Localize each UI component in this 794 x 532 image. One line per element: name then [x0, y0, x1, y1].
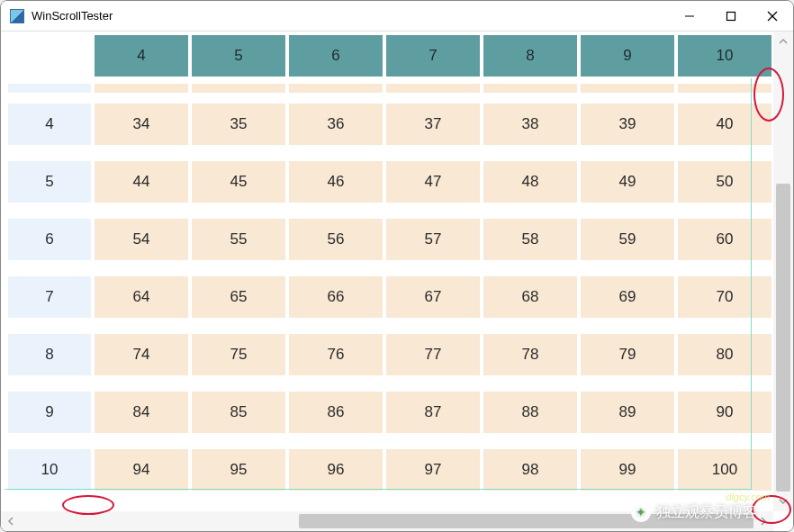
data-cell[interactable]: 46 [289, 161, 383, 203]
chevron-right-icon [759, 517, 768, 526]
data-cell[interactable]: 89 [581, 392, 674, 433]
data-cell[interactable]: 97 [386, 449, 480, 491]
column-header[interactable]: 7 [386, 35, 480, 77]
h-scroll-track[interactable] [21, 511, 753, 531]
data-cell[interactable] [678, 84, 771, 93]
data-cell[interactable]: 55 [192, 219, 285, 260]
vertical-scrollbar[interactable] [773, 32, 793, 511]
data-cell[interactable]: 90 [678, 392, 771, 433]
chevron-up-icon [779, 37, 788, 46]
maximize-button[interactable] [710, 1, 752, 31]
data-cell[interactable]: 100 [678, 449, 771, 491]
scroll-left-button[interactable] [1, 511, 21, 531]
row-header[interactable]: 4 [8, 104, 91, 145]
chevron-down-icon [779, 497, 788, 506]
data-cell[interactable]: 86 [289, 392, 383, 433]
scroll-down-button[interactable] [773, 491, 793, 511]
grid-viewport[interactable]: 4567891043435363738394054445464748495065… [1, 32, 773, 511]
column-header[interactable]: 6 [289, 35, 383, 77]
data-cell[interactable] [581, 84, 674, 93]
data-cell[interactable] [386, 84, 480, 93]
h-scroll-thumb[interactable] [299, 514, 753, 528]
data-cell[interactable]: 66 [289, 276, 383, 318]
scroll-right-button[interactable] [753, 511, 773, 531]
titlebar[interactable]: WinScrollTester [1, 1, 793, 32]
client-area: 4567891043435363738394054445464748495065… [1, 32, 793, 531]
close-icon [767, 11, 778, 22]
data-cell[interactable]: 44 [95, 161, 188, 203]
data-cell[interactable] [95, 84, 188, 93]
data-cell[interactable]: 84 [95, 392, 188, 433]
row-header[interactable]: 9 [8, 392, 91, 433]
row-header[interactable] [8, 84, 91, 93]
data-cell[interactable]: 57 [386, 219, 480, 260]
column-header[interactable]: 4 [95, 35, 188, 77]
data-cell[interactable]: 36 [289, 104, 383, 145]
data-cell[interactable] [289, 84, 383, 93]
row-header[interactable]: 8 [8, 334, 91, 375]
column-header[interactable]: 8 [483, 35, 577, 77]
data-cell[interactable]: 54 [95, 219, 188, 260]
data-cell[interactable]: 48 [483, 161, 577, 203]
minimize-button[interactable] [669, 1, 710, 31]
v-scroll-track[interactable] [773, 51, 793, 491]
data-cell[interactable]: 58 [483, 219, 577, 260]
row-header[interactable]: 10 [8, 449, 91, 491]
data-cell[interactable]: 70 [678, 276, 771, 318]
v-scroll-thumb[interactable] [776, 184, 790, 491]
close-button[interactable] [752, 1, 793, 31]
data-cell[interactable]: 60 [678, 219, 771, 260]
data-cell[interactable]: 69 [581, 276, 674, 318]
column-header[interactable]: 9 [581, 35, 674, 77]
data-cell[interactable]: 38 [483, 104, 577, 145]
row-header[interactable]: 6 [8, 219, 91, 260]
data-cell[interactable]: 95 [192, 449, 285, 491]
data-cell[interactable]: 37 [386, 104, 480, 145]
data-cell[interactable]: 77 [386, 334, 480, 375]
data-cell[interactable]: 49 [581, 161, 674, 203]
data-cell[interactable]: 67 [386, 276, 480, 318]
column-header[interactable]: 10 [678, 35, 771, 77]
data-cell[interactable]: 76 [289, 334, 383, 375]
data-cell[interactable]: 39 [581, 104, 674, 145]
chevron-left-icon [6, 517, 15, 526]
data-cell[interactable]: 87 [386, 392, 480, 433]
app-icon [10, 9, 24, 23]
data-cell[interactable]: 96 [289, 449, 383, 491]
data-cell[interactable]: 47 [386, 161, 480, 203]
data-cell[interactable]: 56 [289, 219, 383, 260]
data-cell[interactable]: 68 [483, 276, 577, 318]
data-cell[interactable]: 34 [95, 104, 188, 145]
data-cell[interactable]: 94 [95, 449, 188, 491]
app-window: WinScrollTester 456789104343536373839405… [0, 0, 794, 532]
data-cell[interactable]: 64 [95, 276, 188, 318]
scroll-up-button[interactable] [773, 32, 793, 51]
maximize-icon [726, 11, 736, 22]
data-cell[interactable]: 74 [95, 334, 188, 375]
data-cell[interactable]: 80 [678, 334, 771, 375]
data-cell[interactable]: 85 [192, 392, 285, 433]
data-cell[interactable]: 40 [678, 104, 771, 145]
row-header[interactable]: 5 [8, 161, 91, 203]
data-cell[interactable]: 99 [581, 449, 674, 491]
svg-rect-1 [727, 12, 735, 20]
data-cell[interactable]: 88 [483, 392, 577, 433]
data-cell[interactable] [483, 84, 577, 93]
data-cell[interactable]: 45 [192, 161, 285, 203]
header-corner [8, 35, 91, 77]
row-header[interactable]: 7 [8, 276, 91, 318]
data-cell[interactable]: 59 [581, 219, 674, 260]
data-cell[interactable]: 98 [483, 449, 577, 491]
data-cell[interactable]: 79 [581, 334, 674, 375]
minimize-icon [684, 11, 695, 22]
data-cell[interactable]: 78 [483, 334, 577, 375]
window-controls [669, 1, 793, 31]
window-title: WinScrollTester [32, 9, 669, 23]
column-header[interactable]: 5 [192, 35, 285, 77]
data-cell[interactable]: 65 [192, 276, 285, 318]
data-cell[interactable]: 75 [192, 334, 285, 375]
horizontal-scrollbar[interactable] [1, 511, 773, 531]
data-cell[interactable]: 35 [192, 104, 285, 145]
data-cell[interactable] [192, 84, 285, 93]
data-cell[interactable]: 50 [678, 161, 771, 203]
